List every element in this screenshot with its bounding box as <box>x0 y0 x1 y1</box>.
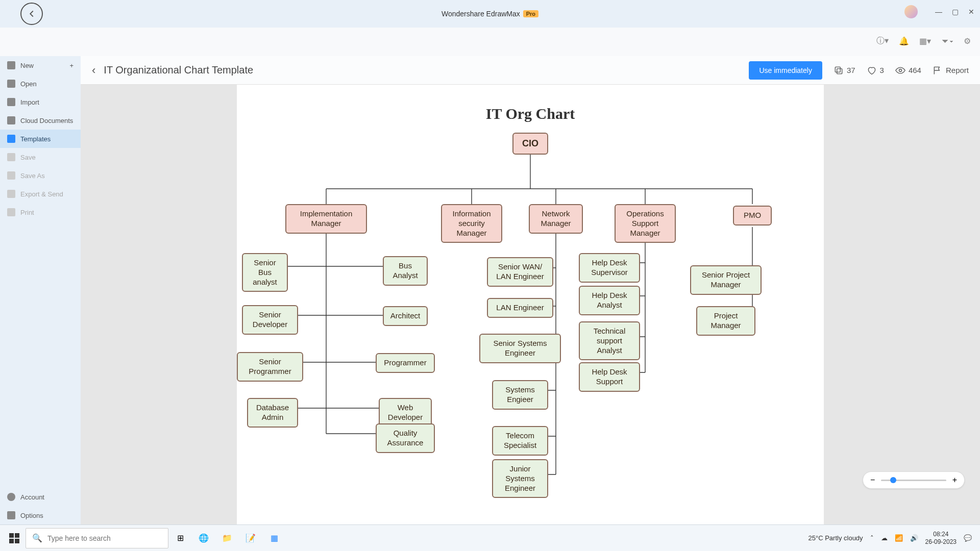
zoom-control[interactable]: − + <box>863 471 965 489</box>
gear-icon[interactable]: ⚙ <box>964 36 971 46</box>
sidebar-item-templates[interactable]: Templates <box>0 130 81 148</box>
svg-rect-1 <box>835 67 840 72</box>
box-senior-wan-lan[interactable]: Senior WAN/ LAN Engineer <box>487 257 553 287</box>
start-button[interactable] <box>9 533 19 543</box>
svg-rect-0 <box>837 68 842 73</box>
sidebar-item-import[interactable]: Import <box>0 93 81 111</box>
view-stat[interactable]: 464 <box>895 65 921 76</box>
box-bus-analyst[interactable]: Bus Analyst <box>383 256 428 286</box>
account-icon <box>7 493 15 501</box>
print-icon <box>7 208 15 216</box>
notifications-icon[interactable]: 💬 <box>964 534 972 542</box>
zoom-in-icon[interactable]: + <box>952 475 957 485</box>
sidebar-item-print: Print <box>0 203 81 221</box>
sidebar-item-cloud[interactable]: Cloud Documents <box>0 111 81 130</box>
date: 26-09-2023 <box>925 538 957 545</box>
report-button[interactable]: Report <box>933 65 969 76</box>
box-quality-assurance[interactable]: Quality Assurance <box>376 423 435 453</box>
box-senior-systems-engineer[interactable]: Senior Systems Engineer <box>479 334 561 363</box>
filter-icon[interactable]: ⏷▾ <box>941 37 953 46</box>
task-view-icon[interactable]: ⊞ <box>172 530 189 547</box>
explorer-icon[interactable]: 📁 <box>218 530 236 547</box>
sidebar-item-new[interactable]: New + <box>0 56 81 74</box>
box-infosec-manager[interactable]: Information security Manager <box>441 204 502 243</box>
titlebar: Wondershare EdrawMax Pro — ▢ ✕ <box>0 0 980 28</box>
sidebar-item-open[interactable]: Open <box>0 74 81 93</box>
box-pmo[interactable]: PMO <box>733 206 772 226</box>
saveas-icon <box>7 171 15 180</box>
cloud-icon <box>7 116 15 124</box>
grid-icon[interactable]: ▦▾ <box>919 36 931 46</box>
plus-icon[interactable]: + <box>69 62 74 69</box>
sidebar-item-export: Export & Send <box>0 185 81 203</box>
box-lan-engineer[interactable]: LAN Engineer <box>487 298 553 318</box>
box-senior-project-manager[interactable]: Senior Project Manager <box>690 265 762 295</box>
new-label: New <box>20 62 34 69</box>
edge-icon[interactable]: 🌐 <box>195 530 212 547</box>
bell-icon[interactable]: 🔔 <box>899 36 909 46</box>
box-project-manager[interactable]: Project Manager <box>696 306 755 336</box>
zoom-slider[interactable] <box>881 480 946 481</box>
box-junior-systems-engineer[interactable]: Junior Systems Engineer <box>492 459 548 498</box>
minimize-button[interactable]: — <box>935 8 942 15</box>
box-systems-engineer[interactable]: Systems Engieer <box>492 380 548 410</box>
help-icon[interactable]: ⓘ▾ <box>876 36 889 46</box>
word-icon[interactable]: 📝 <box>242 530 259 547</box>
window-controls: — ▢ ✕ <box>904 5 975 18</box>
onedrive-icon[interactable]: ☁ <box>881 534 888 542</box>
new-icon <box>7 61 15 69</box>
box-programmer[interactable]: Programmer <box>376 353 435 373</box>
chevron-up-icon[interactable]: ˄ <box>870 534 874 542</box>
box-implementation-manager[interactable]: Implementation Manager <box>285 204 367 234</box>
canvas[interactable]: IT Org Chart <box>81 85 980 524</box>
wifi-icon[interactable]: 📶 <box>895 534 903 542</box>
templates-label: Templates <box>20 135 51 143</box>
copy-count: 37 <box>847 66 855 74</box>
template-header: ‹ IT Organizational Chart Template Use i… <box>81 56 980 85</box>
box-help-desk-analyst[interactable]: Help Desk Analyst <box>579 286 640 315</box>
clock[interactable]: 08:24 26-09-2023 <box>925 531 957 545</box>
zoom-out-icon[interactable]: − <box>870 475 875 485</box>
sidebar: New + Open Import Cloud Documents Templa… <box>0 56 81 524</box>
top-icon-row: ⓘ▾ 🔔 ▦▾ ⏷▾ ⚙ <box>876 36 971 46</box>
account-label: Account <box>20 493 44 501</box>
copy-stat[interactable]: 37 <box>834 65 855 76</box>
save-label: Save <box>20 154 36 161</box>
box-ops-manager[interactable]: Operations Support Manager <box>615 204 676 243</box>
like-stat[interactable]: 3 <box>867 65 884 76</box>
avatar[interactable] <box>904 5 918 18</box>
close-button[interactable]: ✕ <box>968 8 975 15</box>
box-senior-programmer[interactable]: Senior Programmer <box>237 352 303 382</box>
sidebar-item-saveas: Save As <box>0 166 81 185</box>
box-senior-developer[interactable]: Senior Developer <box>242 305 298 335</box>
page: IT Org Chart <box>237 85 824 524</box>
back-button[interactable] <box>20 3 43 25</box>
weather[interactable]: 25°C Partly cloudy <box>808 534 863 542</box>
maximize-button[interactable]: ▢ <box>951 8 959 15</box>
sidebar-item-options[interactable]: Options <box>0 506 81 524</box>
taskbar-search[interactable]: 🔍 <box>26 528 168 548</box>
sidebar-item-account[interactable]: Account <box>0 488 81 506</box>
saveas-label: Save As <box>20 172 45 180</box>
open-icon <box>7 80 15 88</box>
save-icon <box>7 153 15 161</box>
chevron-left-icon[interactable]: ‹ <box>92 64 95 77</box>
taskbar: 🔍 ⊞ 🌐 📁 📝 ▦ 25°C Partly cloudy ˄ ☁ 📶 🔊 0… <box>0 524 980 551</box>
search-input[interactable] <box>47 534 162 542</box>
box-help-desk-supervisor[interactable]: Help Desk Supervisor <box>579 253 640 283</box>
box-cio[interactable]: CIO <box>512 133 548 155</box>
box-technical-support-analyst[interactable]: Technical support Analyst <box>579 321 640 360</box>
box-telecom-specialist[interactable]: Telecom Specialist <box>492 426 548 456</box>
volume-icon[interactable]: 🔊 <box>910 534 918 542</box>
export-label: Export & Send <box>20 190 63 198</box>
box-database-admin[interactable]: Database Admin <box>247 398 298 428</box>
box-network-manager[interactable]: Network Manager <box>529 204 583 234</box>
box-architect[interactable]: Architect <box>383 306 428 326</box>
pro-badge: Pro <box>523 10 538 17</box>
box-help-desk-support[interactable]: Help Desk Support <box>579 362 640 392</box>
use-immediately-button[interactable]: Use immediately <box>749 61 822 80</box>
edrawmax-icon[interactable]: ▦ <box>265 530 283 547</box>
box-senior-bus-analyst[interactable]: Senior Bus analyst <box>242 253 288 292</box>
zoom-thumb[interactable] <box>890 477 896 483</box>
box-web-developer[interactable]: Web Developer <box>379 398 432 428</box>
